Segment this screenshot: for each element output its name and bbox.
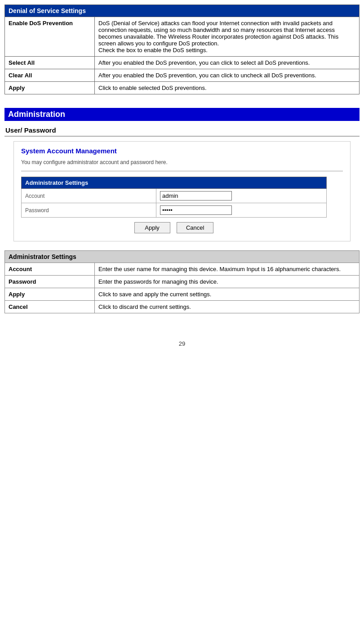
inner-admin-settings-table: Administrator Settings Account Password [21,177,327,236]
administration-heading: Administration [4,108,360,121]
table-row: Apply Click to save and apply the curren… [5,288,360,301]
table-row: Account Enter the user name for managing… [5,263,360,276]
sam-divider [21,171,343,171]
row-label: Password [5,276,95,288]
account-label: Account [22,189,156,203]
page-number: 29 [4,340,360,347]
row-description: Click to save and apply the current sett… [95,288,360,301]
password-row: Password [22,203,327,218]
row-description: Click to enable selected DoS preventions… [95,82,360,94]
sam-description: You may configure administrator account … [21,159,343,165]
table-row: Password Enter the passwords for managin… [5,276,360,288]
sam-title: System Account Management [21,147,343,155]
password-input[interactable] [160,205,232,215]
row-description: DoS (Denial of Service) attacks can floo… [95,17,360,57]
row-label: Account [5,263,95,276]
inner-table-header: Administrator Settings [22,177,327,189]
admin-desc-table: Administrator Settings Account Enter the… [4,250,360,313]
form-buttons-row: Apply Cancel [22,218,327,236]
table-row: Cancel Click to discard the current sett… [5,301,360,313]
row-label: Cancel [5,301,95,313]
row-label: Apply [5,288,95,301]
admin-desc-header: Administrator Settings [5,251,360,263]
table-row: Select All After you enabled the DoS pre… [5,57,360,69]
table-row: Enable DoS Prevention DoS (Denial of Ser… [5,17,360,57]
dos-settings-table: Denial of Service Settings Enable DoS Pr… [4,4,360,94]
user-password-subheading: User/ Password [4,125,360,137]
system-account-management-box: System Account Management You may config… [13,141,351,241]
row-description: Click to discard the current settings. [95,301,360,313]
account-row: Account [22,189,327,203]
admin-desc-header-row: Administrator Settings [5,251,360,263]
row-description: Enter the user name for managing this de… [95,263,360,276]
row-label: Select All [5,57,95,69]
password-field-cell [156,203,327,218]
row-description: Enter the passwords for managing this de… [95,276,360,288]
account-field-cell [156,189,327,203]
password-label: Password [22,203,156,218]
dos-table-header: Denial of Service Settings [5,5,360,17]
row-description: After you enabled the DoS prevention, yo… [95,57,360,69]
row-label: Enable DoS Prevention [5,17,95,57]
row-label: Apply [5,82,95,94]
row-description: After you enabled the DoS prevention, yo… [95,69,360,82]
table-row: Clear All After you enabled the DoS prev… [5,69,360,82]
apply-button[interactable]: Apply [134,222,170,233]
cancel-button[interactable]: Cancel [177,222,213,233]
table-row: Apply Click to enable selected DoS preve… [5,82,360,94]
row-label: Clear All [5,69,95,82]
account-input[interactable] [160,191,232,201]
